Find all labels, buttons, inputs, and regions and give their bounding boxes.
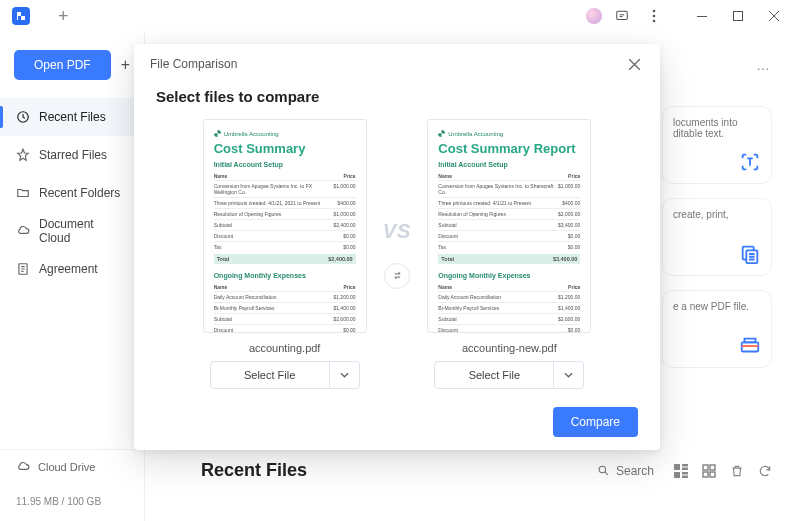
svg-rect-10 <box>742 342 759 351</box>
folder-icon <box>16 186 30 200</box>
dialog-title: Select files to compare <box>134 84 660 115</box>
card-text: locuments into <box>673 117 761 128</box>
blank-pdf-icon <box>739 335 761 357</box>
cloud-drive-label: Cloud Drive <box>38 461 95 473</box>
sidebar-item-label: Recent Files <box>39 110 106 124</box>
view-grid-icon[interactable] <box>702 464 716 478</box>
svg-rect-4 <box>697 16 707 17</box>
svg-point-11 <box>599 466 606 473</box>
card-text: e a new PDF file. <box>673 301 761 312</box>
combine-icon <box>739 243 761 265</box>
sidebar-item-label: Agreement <box>39 262 98 276</box>
storage-usage: 11.95 MB / 100 GB <box>0 486 144 521</box>
cloud-drive-link[interactable]: Cloud Drive <box>16 460 128 474</box>
feature-card-combine[interactable]: create, print, <box>662 198 772 276</box>
select-file-button[interactable]: Select File <box>210 361 330 389</box>
refresh-icon[interactable] <box>758 464 772 478</box>
feature-card-ocr[interactable]: locuments into ditable text. <box>662 106 772 184</box>
sidebar-item-document-cloud[interactable]: Document Cloud <box>0 212 144 250</box>
svg-rect-14 <box>682 467 688 470</box>
compare-button[interactable]: Compare <box>553 407 638 437</box>
cloud-icon <box>16 224 30 238</box>
file-slot-left: Umbrella Accounting Cost Summary Initial… <box>203 119 367 389</box>
sidebar-item-agreement[interactable]: Agreement <box>0 250 144 288</box>
titlebar: + <box>0 0 800 32</box>
swap-files-button[interactable] <box>384 263 410 289</box>
sidebar-item-label: Starred Files <box>39 148 107 162</box>
window-minimize-button[interactable] <box>684 2 720 30</box>
more-icon[interactable] <box>642 4 666 28</box>
svg-point-3 <box>653 20 656 23</box>
create-pdf-button[interactable]: + <box>121 56 130 74</box>
cloud-icon <box>16 460 30 474</box>
svg-rect-16 <box>682 472 688 475</box>
file-name-label: accounting-new.pdf <box>462 342 557 354</box>
sidebar-item-recent-folders[interactable]: Recent Folders <box>0 174 144 212</box>
vs-label: VS <box>383 220 412 243</box>
open-pdf-button[interactable]: Open PDF <box>14 50 111 80</box>
search-input[interactable]: Search <box>597 464 654 478</box>
select-file-button[interactable]: Select File <box>434 361 554 389</box>
feature-card-blank[interactable]: e a new PDF file. <box>662 290 772 368</box>
svg-rect-5 <box>734 12 743 21</box>
search-icon <box>597 464 610 477</box>
select-file-dropdown[interactable] <box>330 361 360 389</box>
main-more-button[interactable]: … <box>756 57 772 73</box>
file-thumbnail[interactable]: Umbrella Accounting Cost Summary Report … <box>427 119 591 333</box>
card-text: create, print, <box>673 209 761 220</box>
sidebar: Open PDF + Recent Files Starred Files Re… <box>0 32 145 521</box>
svg-rect-0 <box>617 11 628 19</box>
svg-rect-12 <box>674 464 680 470</box>
file-slot-right: Umbrella Accounting Cost Summary Report … <box>427 119 591 389</box>
sidebar-item-label: Recent Folders <box>39 186 120 200</box>
clock-icon <box>16 110 30 124</box>
ai-chat-icon[interactable] <box>610 4 634 28</box>
user-avatar[interactable] <box>586 8 602 24</box>
svg-point-2 <box>653 15 656 18</box>
file-comparison-dialog: File Comparison Select files to compare … <box>134 44 660 450</box>
svg-point-1 <box>653 10 656 13</box>
sidebar-item-recent-files[interactable]: Recent Files <box>0 98 144 136</box>
svg-rect-19 <box>710 465 715 470</box>
file-thumbnail[interactable]: Umbrella Accounting Cost Summary Initial… <box>203 119 367 333</box>
document-icon <box>16 262 30 276</box>
app-logo-icon <box>12 7 30 25</box>
window-maximize-button[interactable] <box>720 2 756 30</box>
dialog-close-button[interactable] <box>624 54 644 74</box>
card-text: ditable text. <box>673 128 761 139</box>
search-placeholder: Search <box>616 464 654 478</box>
star-icon <box>16 148 30 162</box>
svg-rect-13 <box>682 464 688 467</box>
svg-rect-21 <box>710 472 715 477</box>
svg-rect-17 <box>682 475 688 478</box>
new-tab-button[interactable]: + <box>58 6 69 27</box>
file-name-label: accounting.pdf <box>249 342 321 354</box>
delete-icon[interactable] <box>730 464 744 478</box>
svg-rect-18 <box>703 465 708 470</box>
recent-files-heading: Recent Files <box>201 460 307 481</box>
ocr-icon <box>739 151 761 173</box>
view-list-icon[interactable] <box>674 464 688 478</box>
window-close-button[interactable] <box>756 2 792 30</box>
sidebar-item-label: Document Cloud <box>39 217 128 245</box>
select-file-dropdown[interactable] <box>554 361 584 389</box>
dialog-header-title: File Comparison <box>150 57 237 71</box>
svg-rect-20 <box>703 472 708 477</box>
svg-rect-15 <box>674 472 680 478</box>
sidebar-item-starred-files[interactable]: Starred Files <box>0 136 144 174</box>
